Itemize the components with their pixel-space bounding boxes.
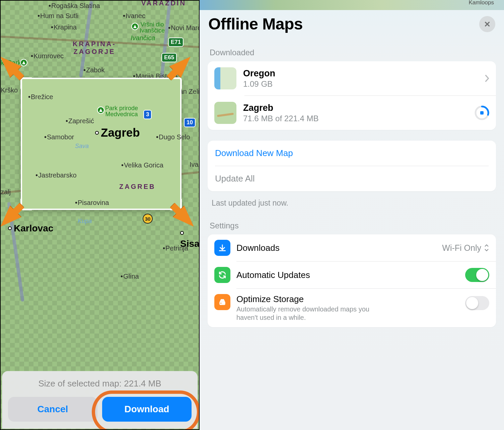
setting-optimize-storage: Optimize Storage Automatically remove do… <box>208 289 496 327</box>
settings-card: Downloads Wi-Fi Only Automatic Updates <box>208 234 496 327</box>
place-zapresic: Zaprešić <box>66 117 94 125</box>
settings-section-label: Settings <box>210 221 496 230</box>
route-10-badge: 10 <box>184 118 196 127</box>
place-ivan: Ivan <box>190 161 200 168</box>
last-updated-text: Last updated just now. <box>212 199 496 208</box>
setting-downloads[interactable]: Downloads Wi-Fi Only <box>208 234 496 261</box>
park-icon <box>131 23 139 30</box>
download-progress[interactable] <box>475 105 489 120</box>
downloaded-item-oregon[interactable]: Oregon 1.09 GB <box>208 61 496 95</box>
city-karlovac: Karlovac <box>8 223 53 234</box>
place-brezice: Brežice <box>28 93 53 101</box>
update-all-button[interactable]: Update All <box>208 166 496 191</box>
place-jastrebarsko: Jastrebarsko <box>35 171 77 179</box>
place-krapina: Krapina <box>51 23 77 31</box>
setting-label: Optimize Storage <box>236 294 465 304</box>
optimize-storage-toggle[interactable] <box>465 296 489 310</box>
setting-description: Automatically remove downloaded maps you… <box>236 305 377 322</box>
svg-rect-2 <box>219 301 225 305</box>
place-zabok: Zabok <box>83 66 105 74</box>
svg-point-3 <box>220 303 221 304</box>
route-e71-badge: E71 <box>168 38 184 47</box>
park-vrsni: Vršni dio Ivanščice <box>140 21 165 33</box>
selected-size-text: Size of selected map: 221.4 MB <box>8 378 192 389</box>
city-zagreb-label: Zagreb <box>101 126 140 139</box>
park-icon <box>20 59 27 66</box>
place-ivancica: Ivančica <box>131 34 155 42</box>
item-subtitle: 1.09 GB <box>243 79 485 89</box>
place-samobor: Samobor <box>44 133 74 141</box>
item-title: Oregon <box>243 68 485 79</box>
page-title: Offline Maps <box>208 15 303 33</box>
river-kupa: Kupa <box>78 218 92 225</box>
setting-label: Automatic Updates <box>236 270 465 280</box>
park-medvednica: Park prirode Medvednica <box>105 105 138 117</box>
chevron-updown-icon <box>484 244 489 252</box>
region-zagreb: ZAGREB <box>119 183 155 191</box>
item-title: Zagreb <box>243 103 475 114</box>
place-hum: Hum na Sutli <box>38 12 79 20</box>
selection-rect[interactable]: Brežice Park prirode Medvednica 3 Zapreš… <box>21 78 182 210</box>
storage-icon <box>214 294 230 310</box>
place-glina: Glina <box>121 273 139 280</box>
item-subtitle: 71.6 MB of 221.4 MB <box>243 114 475 123</box>
downloaded-list: Oregon 1.09 GB Zagreb 71.6 MB of 221.4 M… <box>208 61 496 130</box>
mini-map-strip: Kamloops <box>200 0 504 10</box>
actions-card: Download New Map Update All <box>208 141 496 191</box>
city-karlovac-label: Karlovac <box>14 223 53 233</box>
place-velika-gorica: Velika Gorica <box>121 161 163 169</box>
city-zagreb: Zagreb <box>95 126 140 139</box>
offline-maps-pane: Kamloops Offline Maps Downloaded Oregon … <box>200 0 504 430</box>
place-pisarovina: Pisarovina <box>75 199 109 207</box>
close-icon <box>484 20 491 28</box>
place-dugo-selo: Dugo Selo <box>156 133 190 141</box>
place-ivanec: Ivanec <box>123 12 145 20</box>
selection-handle-tl[interactable] <box>20 77 32 89</box>
close-button[interactable] <box>479 16 495 32</box>
chevron-right-icon <box>485 74 489 82</box>
map-thumbnail <box>214 67 236 89</box>
river-sava: Sava <box>75 143 89 150</box>
map-download-pane: VARAŽDIN Rogaška Slatina Hum na Sutli Iv… <box>0 0 200 430</box>
cancel-button[interactable]: Cancel <box>8 397 97 422</box>
map-thumbnail <box>214 102 236 124</box>
auto-updates-toggle[interactable] <box>465 268 489 282</box>
route-3-badge: 3 <box>143 110 152 119</box>
dimmed-overlay <box>1 1 199 429</box>
download-button[interactable]: Download <box>102 397 192 422</box>
place-rogaska: Rogaška Slatina <box>49 2 100 10</box>
downloaded-section-label: Downloaded <box>210 48 496 57</box>
park-icon <box>97 106 104 114</box>
download-sheet: Size of selected map: 221.4 MB Cancel Do… <box>2 371 198 429</box>
place-krsko: Krško <box>1 86 18 94</box>
refresh-icon <box>214 267 230 283</box>
region-krapina: KRAPINA- ZAGORJE <box>73 40 116 56</box>
place-novi-marof: Novi Marof <box>168 24 200 32</box>
route-30-badge: 30 <box>143 214 153 224</box>
downloaded-item-zagreb[interactable]: Zagreb 71.6 MB of 221.4 MB <box>208 96 496 130</box>
region-varazdin: VARAŽDIN <box>141 0 186 7</box>
place-ozalj: zalj <box>1 188 11 196</box>
place-petrinja: Petrinja <box>163 244 188 252</box>
download-new-map-button[interactable]: Download New Map <box>208 141 496 166</box>
place-kumrovec: Kumrovec <box>31 52 64 60</box>
setting-value: Wi-Fi Only <box>442 243 481 253</box>
setting-label: Downloads <box>236 243 442 253</box>
download-icon <box>214 240 230 256</box>
strip-label-kamloops: Kamloops <box>469 0 494 6</box>
svg-rect-1 <box>480 111 484 115</box>
setting-auto-updates: Automatic Updates <box>208 262 496 288</box>
